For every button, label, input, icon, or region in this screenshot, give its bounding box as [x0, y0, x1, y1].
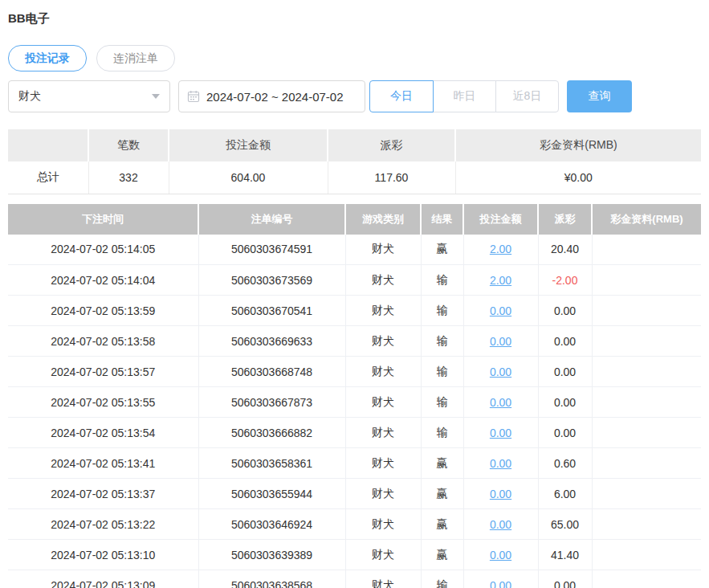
result-cell: 输	[421, 326, 463, 357]
summary-total-bonus: ¥0.00	[455, 161, 701, 194]
quick-date-group: 今日 昨日 近8日	[369, 80, 559, 112]
records-table-body: 2024-07-02 05:14:055060303674591财犬赢2.002…	[8, 235, 701, 588]
bet-amount-link[interactable]: 0.00	[490, 549, 511, 561]
bet-amount-cell: 0.00	[463, 570, 538, 588]
bet-amount-cell: 0.00	[463, 387, 538, 418]
game-type-cell: 财犬	[345, 570, 421, 588]
game-select-value: 财犬	[18, 89, 41, 104]
bet-amount-cell: 0.00	[463, 418, 538, 448]
bet-amount-link[interactable]: 0.00	[490, 365, 511, 378]
payout-cell: 0.60	[538, 448, 592, 479]
last-8-days-button-label: 近8日	[513, 89, 542, 104]
table-row: 2024-07-02 05:13:095060303638568财犬输0.000…	[8, 570, 701, 588]
payout-cell: -2.00	[538, 265, 592, 296]
game-select[interactable]: 财犬	[8, 80, 170, 112]
order-id-cell: 5060303670541	[198, 296, 345, 326]
bet-amount-link[interactable]: 0.00	[490, 396, 511, 409]
records-header-order-id: 注单编号	[198, 204, 345, 235]
bonus-cell	[592, 509, 701, 540]
bet-amount-link[interactable]: 0.00	[490, 518, 511, 531]
bonus-cell	[592, 265, 701, 296]
records-header-row: 下注时间 注单编号 游戏类别 结果 投注金额 派彩 彩金资料(RMB)	[8, 204, 701, 235]
table-row: 2024-07-02 05:14:045060303673569财犬输2.00-…	[8, 265, 701, 296]
summary-header-payout: 派彩	[328, 129, 455, 161]
game-type-cell: 财犬	[345, 418, 421, 448]
bet-amount-link[interactable]: 0.00	[490, 427, 511, 439]
game-type-cell: 财犬	[345, 509, 421, 540]
table-row: 2024-07-02 05:14:055060303674591财犬赢2.002…	[8, 235, 701, 265]
table-row: 2024-07-02 05:13:545060303666882财犬输0.000…	[8, 418, 701, 448]
result-cell: 赢	[421, 235, 463, 265]
result-cell: 输	[421, 357, 463, 387]
bet-time-cell: 2024-07-02 05:13:57	[8, 357, 198, 387]
bet-amount-link[interactable]: 2.00	[490, 274, 511, 287]
payout-cell: 0.00	[538, 387, 592, 418]
table-row: 2024-07-02 05:13:585060303669633财犬输0.000…	[8, 326, 701, 357]
game-type-cell: 财犬	[345, 387, 421, 418]
bonus-cell	[592, 357, 701, 387]
order-id-cell: 5060303638568	[198, 570, 345, 588]
bonus-cell	[592, 235, 701, 265]
summary-table: 笔数 投注金额 派彩 彩金资料(RMB) 总计 332 604.00 117.6…	[8, 129, 701, 194]
bonus-cell	[592, 418, 701, 448]
order-id-cell: 5060303658361	[198, 448, 345, 479]
payout-cell: 0.00	[538, 570, 592, 588]
bet-time-cell: 2024-07-02 05:13:55	[8, 387, 198, 418]
bet-amount-link[interactable]: 0.00	[490, 579, 511, 588]
game-type-cell: 财犬	[345, 326, 421, 357]
bet-amount-link[interactable]: 0.00	[490, 304, 511, 317]
bonus-cell	[592, 326, 701, 357]
table-row: 2024-07-02 05:13:575060303668748财犬输0.000…	[8, 357, 701, 387]
bet-time-cell: 2024-07-02 05:14:04	[8, 265, 198, 296]
table-row: 2024-07-02 05:13:105060303639389财犬赢0.004…	[8, 540, 701, 570]
bet-amount-link[interactable]: 2.00	[490, 243, 511, 255]
bonus-cell	[592, 387, 701, 418]
game-type-cell: 财犬	[345, 235, 421, 265]
bet-amount-link[interactable]: 0.00	[490, 457, 511, 470]
yesterday-button[interactable]: 昨日	[433, 80, 496, 112]
today-button-label: 今日	[390, 89, 413, 104]
payout-cell: 20.40	[538, 235, 592, 265]
game-type-cell: 财犬	[345, 265, 421, 296]
bet-amount-cell: 0.00	[463, 296, 538, 326]
bet-time-cell: 2024-07-02 05:13:10	[8, 540, 198, 570]
payout-cell: 0.00	[538, 357, 592, 387]
result-cell: 赢	[421, 448, 463, 479]
records-header-payout: 派彩	[538, 204, 592, 235]
order-id-cell: 5060303668748	[198, 357, 345, 387]
last-8-days-button[interactable]: 近8日	[495, 80, 559, 112]
table-row: 2024-07-02 05:13:225060303646924财犬赢0.006…	[8, 509, 701, 540]
payout-cell: 0.00	[538, 418, 592, 448]
records-table: 下注时间 注单编号 游戏类别 结果 投注金额 派彩 彩金资料(RMB) 2024…	[8, 204, 701, 588]
result-cell: 赢	[421, 509, 463, 540]
bet-amount-cell: 0.00	[463, 540, 538, 570]
tab-bet-records[interactable]: 投注记录	[8, 45, 87, 71]
bet-amount-link[interactable]: 0.00	[490, 488, 511, 500]
summary-header-bonus: 彩金资料(RMB)	[455, 129, 701, 161]
date-range-input[interactable]: 2024-07-02 ~ 2024-07-02	[178, 80, 365, 112]
bonus-cell	[592, 570, 701, 588]
filter-bar: 财犬 2024-07-02 ~ 2024-07-02	[8, 80, 701, 112]
records-header-bonus: 彩金资料(RMB)	[592, 204, 701, 235]
chevron-down-icon	[152, 94, 160, 99]
bet-time-cell: 2024-07-02 05:13:09	[8, 570, 198, 588]
calendar-icon	[187, 90, 200, 103]
order-id-cell: 5060303667873	[198, 387, 345, 418]
date-range-value: 2024-07-02 ~ 2024-07-02	[206, 90, 344, 104]
tab-cancelled-orders[interactable]: 连消注单	[96, 45, 175, 71]
summary-total-bet-amount: 604.00	[169, 161, 328, 194]
bet-time-cell: 2024-07-02 05:13:37	[8, 479, 198, 509]
search-button[interactable]: 查询	[567, 80, 632, 112]
bet-amount-link[interactable]: 0.00	[490, 335, 511, 348]
bet-amount-cell: 0.00	[463, 357, 538, 387]
result-cell: 输	[421, 296, 463, 326]
order-id-cell: 5060303669633	[198, 326, 345, 357]
result-cell: 输	[421, 418, 463, 448]
today-button[interactable]: 今日	[369, 80, 434, 112]
summary-total-row: 总计 332 604.00 117.60 ¥0.00	[8, 161, 701, 194]
bet-time-cell: 2024-07-02 05:14:05	[8, 235, 198, 265]
bet-records-page: BB电子 投注记录 连消注单 财犬	[0, 11, 709, 588]
summary-header-row: 笔数 投注金额 派彩 彩金资料(RMB)	[8, 129, 701, 161]
bet-time-cell: 2024-07-02 05:13:54	[8, 418, 198, 448]
bet-time-cell: 2024-07-02 05:13:41	[8, 448, 198, 479]
